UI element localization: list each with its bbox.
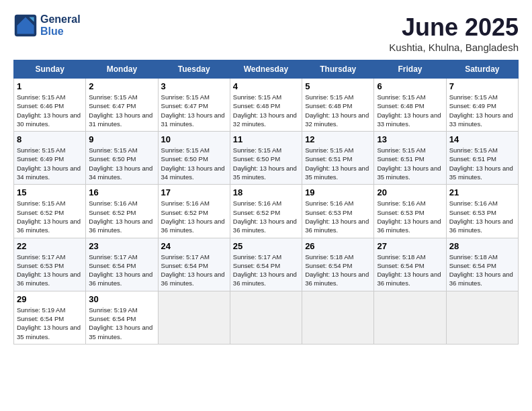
day-number: 5 [305, 81, 371, 91]
calendar-cell: 30Sunrise: 5:19 AMSunset: 6:54 PMDayligh… [86, 291, 158, 344]
calendar-cell [302, 291, 374, 344]
calendar-cell: 13Sunrise: 5:15 AMSunset: 6:51 PMDayligh… [374, 132, 446, 185]
calendar-cell: 12Sunrise: 5:15 AMSunset: 6:51 PMDayligh… [302, 132, 374, 185]
day-number: 7 [449, 81, 515, 91]
day-info: Sunrise: 5:15 AMSunset: 6:47 PMDaylight:… [89, 93, 154, 128]
day-number: 23 [89, 241, 154, 251]
month-title: June 2025 [389, 13, 519, 42]
day-info: Sunrise: 5:15 AMSunset: 6:49 PMDaylight:… [17, 146, 83, 181]
day-info: Sunrise: 5:18 AMSunset: 6:54 PMDaylight:… [305, 253, 371, 288]
calendar-table: SundayMondayTuesdayWednesdayThursdayFrid… [13, 60, 519, 345]
day-number: 26 [305, 241, 371, 251]
calendar-cell: 17Sunrise: 5:16 AMSunset: 6:52 PMDayligh… [158, 185, 230, 238]
day-number: 28 [449, 241, 515, 251]
day-info: Sunrise: 5:15 AMSunset: 6:48 PMDaylight:… [233, 93, 299, 128]
logo-icon [13, 13, 38, 38]
calendar-cell: 16Sunrise: 5:16 AMSunset: 6:52 PMDayligh… [86, 185, 158, 238]
calendar-cell: 5Sunrise: 5:15 AMSunset: 6:48 PMDaylight… [302, 79, 374, 132]
calendar-cell: 23Sunrise: 5:17 AMSunset: 6:54 PMDayligh… [86, 238, 158, 291]
calendar-cell: 24Sunrise: 5:17 AMSunset: 6:54 PMDayligh… [158, 238, 230, 291]
day-info: Sunrise: 5:15 AMSunset: 6:46 PMDaylight:… [17, 93, 83, 128]
day-info: Sunrise: 5:16 AMSunset: 6:52 PMDaylight:… [233, 199, 299, 234]
day-info: Sunrise: 5:18 AMSunset: 6:54 PMDaylight:… [377, 253, 443, 288]
day-info: Sunrise: 5:19 AMSunset: 6:54 PMDaylight:… [17, 306, 83, 341]
calendar-cell: 11Sunrise: 5:15 AMSunset: 6:50 PMDayligh… [230, 132, 302, 185]
calendar-week-row: 1Sunrise: 5:15 AMSunset: 6:46 PMDaylight… [14, 79, 519, 132]
calendar-cell: 10Sunrise: 5:15 AMSunset: 6:50 PMDayligh… [158, 132, 230, 185]
day-of-week-header: Thursday [302, 60, 374, 79]
calendar-cell: 22Sunrise: 5:17 AMSunset: 6:53 PMDayligh… [14, 238, 86, 291]
calendar-cell [374, 291, 446, 344]
day-info: Sunrise: 5:15 AMSunset: 6:50 PMDaylight:… [233, 146, 299, 181]
calendar-cell: 18Sunrise: 5:16 AMSunset: 6:52 PMDayligh… [230, 185, 302, 238]
day-info: Sunrise: 5:17 AMSunset: 6:54 PMDaylight:… [233, 253, 299, 288]
day-number: 12 [305, 134, 371, 144]
day-number: 15 [17, 187, 83, 197]
calendar-week-row: 29Sunrise: 5:19 AMSunset: 6:54 PMDayligh… [14, 291, 519, 344]
day-number: 4 [233, 81, 299, 91]
day-number: 16 [89, 187, 154, 197]
day-info: Sunrise: 5:18 AMSunset: 6:54 PMDaylight:… [449, 253, 515, 288]
calendar-cell: 9Sunrise: 5:15 AMSunset: 6:50 PMDaylight… [86, 132, 158, 185]
day-number: 29 [17, 294, 83, 304]
day-number: 1 [17, 81, 83, 91]
day-number: 30 [89, 294, 154, 304]
day-number: 14 [449, 134, 515, 144]
day-of-week-header: Friday [374, 60, 446, 79]
day-number: 2 [89, 81, 154, 91]
logo-text: General Blue [40, 13, 81, 38]
location: Kushtia, Khulna, Bangladesh [389, 42, 519, 53]
day-info: Sunrise: 5:19 AMSunset: 6:54 PMDaylight:… [89, 306, 154, 341]
day-info: Sunrise: 5:15 AMSunset: 6:51 PMDaylight:… [449, 146, 515, 181]
day-info: Sunrise: 5:17 AMSunset: 6:54 PMDaylight:… [89, 253, 154, 288]
day-number: 6 [377, 81, 443, 91]
day-number: 13 [377, 134, 443, 144]
calendar-cell: 1Sunrise: 5:15 AMSunset: 6:46 PMDaylight… [14, 79, 86, 132]
day-info: Sunrise: 5:15 AMSunset: 6:49 PMDaylight:… [449, 93, 515, 128]
calendar-cell: 3Sunrise: 5:15 AMSunset: 6:47 PMDaylight… [158, 79, 230, 132]
calendar-cell: 15Sunrise: 5:15 AMSunset: 6:52 PMDayligh… [14, 185, 86, 238]
title-area: June 2025 Kushtia, Khulna, Bangladesh [389, 13, 519, 53]
calendar-cell: 20Sunrise: 5:16 AMSunset: 6:53 PMDayligh… [374, 185, 446, 238]
day-info: Sunrise: 5:16 AMSunset: 6:52 PMDaylight:… [161, 199, 227, 234]
day-info: Sunrise: 5:16 AMSunset: 6:52 PMDaylight:… [89, 199, 154, 234]
calendar-cell: 14Sunrise: 5:15 AMSunset: 6:51 PMDayligh… [446, 132, 518, 185]
day-of-week-header: Wednesday [230, 60, 302, 79]
calendar-cell: 27Sunrise: 5:18 AMSunset: 6:54 PMDayligh… [374, 238, 446, 291]
day-number: 10 [161, 134, 227, 144]
day-number: 21 [449, 187, 515, 197]
calendar-cell [230, 291, 302, 344]
calendar-cell: 19Sunrise: 5:16 AMSunset: 6:53 PMDayligh… [302, 185, 374, 238]
day-info: Sunrise: 5:15 AMSunset: 6:48 PMDaylight:… [377, 93, 443, 128]
day-number: 3 [161, 81, 227, 91]
day-info: Sunrise: 5:15 AMSunset: 6:51 PMDaylight:… [377, 146, 443, 181]
calendar-cell: 4Sunrise: 5:15 AMSunset: 6:48 PMDaylight… [230, 79, 302, 132]
day-info: Sunrise: 5:16 AMSunset: 6:53 PMDaylight:… [377, 199, 443, 234]
day-number: 25 [233, 241, 299, 251]
day-info: Sunrise: 5:15 AMSunset: 6:51 PMDaylight:… [305, 146, 371, 181]
logo: General Blue [13, 13, 81, 38]
calendar-week-row: 15Sunrise: 5:15 AMSunset: 6:52 PMDayligh… [14, 185, 519, 238]
day-number: 11 [233, 134, 299, 144]
day-number: 27 [377, 241, 443, 251]
day-number: 19 [305, 187, 371, 197]
day-info: Sunrise: 5:16 AMSunset: 6:53 PMDaylight:… [449, 199, 515, 234]
calendar-cell: 6Sunrise: 5:15 AMSunset: 6:48 PMDaylight… [374, 79, 446, 132]
day-number: 22 [17, 241, 83, 251]
day-of-week-header: Monday [86, 60, 158, 79]
calendar-cell: 2Sunrise: 5:15 AMSunset: 6:47 PMDaylight… [86, 79, 158, 132]
calendar-cell: 7Sunrise: 5:15 AMSunset: 6:49 PMDaylight… [446, 79, 518, 132]
calendar-week-row: 8Sunrise: 5:15 AMSunset: 6:49 PMDaylight… [14, 132, 519, 185]
day-info: Sunrise: 5:16 AMSunset: 6:53 PMDaylight:… [305, 199, 371, 234]
calendar-cell: 25Sunrise: 5:17 AMSunset: 6:54 PMDayligh… [230, 238, 302, 291]
calendar-cell: 28Sunrise: 5:18 AMSunset: 6:54 PMDayligh… [446, 238, 518, 291]
page-header: General Blue June 2025 Kushtia, Khulna, … [13, 13, 519, 53]
day-of-week-header: Saturday [446, 60, 518, 79]
day-of-week-header: Tuesday [158, 60, 230, 79]
calendar-week-row: 22Sunrise: 5:17 AMSunset: 6:53 PMDayligh… [14, 238, 519, 291]
day-number: 24 [161, 241, 227, 251]
day-info: Sunrise: 5:15 AMSunset: 6:52 PMDaylight:… [17, 199, 83, 234]
day-number: 20 [377, 187, 443, 197]
day-info: Sunrise: 5:17 AMSunset: 6:53 PMDaylight:… [17, 253, 83, 288]
day-number: 18 [233, 187, 299, 197]
